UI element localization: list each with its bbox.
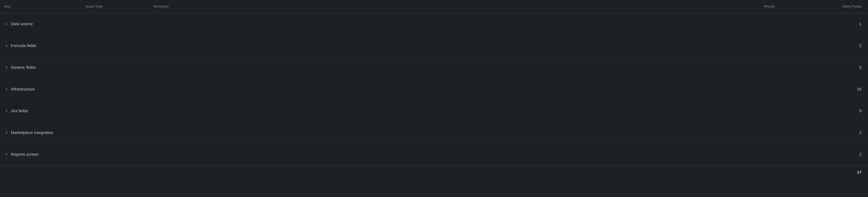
row-summary-cell <box>149 64 760 71</box>
row-key-cell: Infrastructure <box>0 83 82 94</box>
row-summary-cell <box>149 21 760 27</box>
row-label: Marketplace integration <box>11 130 53 135</box>
row-label: Reports screen <box>11 152 38 157</box>
row-key-cell: Reports screen <box>0 149 82 160</box>
row-key-cell: Data source <box>0 18 82 29</box>
row-points-cell: 2 <box>814 149 868 160</box>
col-key: Key <box>0 2 82 10</box>
col-story-points: Story Points <box>814 2 868 10</box>
row-label: Generic fields <box>11 65 36 69</box>
row-issue-type-cell <box>82 43 149 49</box>
table-row[interactable]: Generic fields 5 <box>0 57 868 78</box>
row-key-cell: Formula fields <box>0 40 82 51</box>
chevron-right-icon <box>4 87 9 91</box>
row-label: Infrastructure <box>11 87 35 91</box>
chevron-right-icon <box>4 22 9 26</box>
issues-table: Key Issue Type Summary Priority Story Po… <box>0 0 868 179</box>
total-row: 37 <box>0 165 868 179</box>
col-priority: Priority <box>760 2 814 10</box>
table-row[interactable]: Infrastructure 16 <box>0 78 868 100</box>
row-summary-cell <box>149 43 760 49</box>
row-label: Jira fields <box>11 108 28 113</box>
row-key-cell: Jira fields <box>0 105 82 116</box>
total-points: 37 <box>814 167 868 178</box>
row-priority-cell <box>760 21 814 27</box>
row-key-cell: Generic fields <box>0 62 82 73</box>
row-summary-cell <box>149 129 760 136</box>
row-points-cell: 2 <box>814 127 868 138</box>
col-summary: Summary <box>149 2 760 10</box>
row-issue-type-cell <box>82 151 149 158</box>
table-body: Data source 1 Formula fields 2 <box>0 13 868 165</box>
row-key-cell: Marketplace integration <box>0 127 82 138</box>
row-priority-cell <box>760 86 814 92</box>
chevron-right-icon <box>4 44 9 48</box>
table-row[interactable]: Reports screen 2 <box>0 143 868 165</box>
row-priority-cell <box>760 108 814 114</box>
row-priority-cell <box>760 64 814 71</box>
table-header: Key Issue Type Summary Priority Story Po… <box>0 0 868 13</box>
table-row[interactable]: Marketplace integration 2 <box>0 122 868 143</box>
row-issue-type-cell <box>82 86 149 92</box>
chevron-right-icon <box>4 152 9 157</box>
row-priority-cell <box>760 151 814 158</box>
row-issue-type-cell <box>82 108 149 114</box>
table-row[interactable]: Formula fields 2 <box>0 35 868 57</box>
row-priority-cell <box>760 129 814 136</box>
row-issue-type-cell <box>82 21 149 27</box>
row-summary-cell <box>149 151 760 158</box>
chevron-right-icon <box>4 109 9 113</box>
chevron-right-icon <box>4 131 9 135</box>
row-label: Data source <box>11 22 33 26</box>
row-issue-type-cell <box>82 64 149 71</box>
table-row[interactable]: Jira fields 9 <box>0 100 868 122</box>
row-points-cell: 2 <box>814 40 868 51</box>
row-points-cell: 9 <box>814 105 868 116</box>
col-issue-type: Issue Type <box>82 2 149 10</box>
row-summary-cell <box>149 86 760 92</box>
row-summary-cell <box>149 108 760 114</box>
row-priority-cell <box>760 43 814 49</box>
row-points-cell: 5 <box>814 62 868 73</box>
row-issue-type-cell <box>82 129 149 136</box>
row-points-cell: 1 <box>814 18 868 29</box>
chevron-right-icon <box>4 65 9 69</box>
row-label: Formula fields <box>11 43 36 48</box>
table-row[interactable]: Data source 1 <box>0 13 868 35</box>
row-points-cell: 16 <box>814 83 868 94</box>
